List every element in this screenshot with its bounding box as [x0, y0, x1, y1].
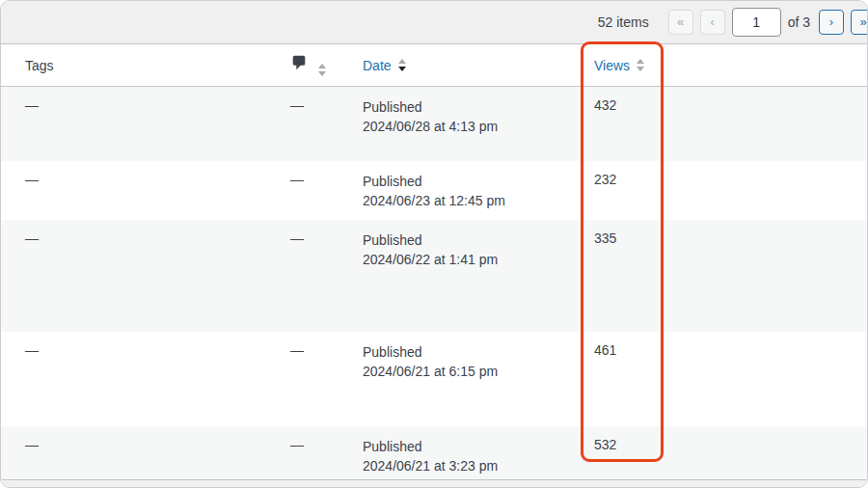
table-header-row: Tags Date Views — [1, 44, 867, 87]
tags-cell: — — [1, 332, 290, 358]
post-date: 2024/06/21 at 6:15 pm — [363, 362, 583, 381]
sort-arrows — [637, 59, 644, 71]
views-cell: 461 — [592, 332, 679, 358]
previous-page-button[interactable]: ‹ — [700, 10, 725, 35]
views-cell: 532 — [592, 426, 679, 452]
date-cell: Published 2024/06/21 at 6:15 pm — [363, 332, 592, 381]
date-cell: Published 2024/06/23 at 12:45 pm — [363, 161, 592, 210]
posts-list-table-panel: 52 items « ‹ of 3 › » Tags Date Views — [0, 0, 868, 488]
first-page-button[interactable]: « — [668, 10, 693, 35]
comments-cell: — — [290, 161, 363, 187]
views-cell: 335 — [592, 220, 679, 246]
table-row: — — Published 2024/06/22 at 1:41 pm 335 — [1, 220, 867, 332]
current-page-input[interactable] — [732, 8, 781, 37]
comments-cell: — — [290, 426, 363, 452]
post-status: Published — [363, 437, 583, 456]
date-cell: Published 2024/06/22 at 1:41 pm — [363, 220, 592, 269]
column-header-date[interactable]: Date — [363, 56, 592, 75]
date-cell: Published 2024/06/28 at 4:13 pm — [363, 87, 592, 136]
views-cell: 432 — [592, 87, 679, 113]
post-date: 2024/06/23 at 12:45 pm — [363, 191, 583, 210]
table-row: — — Published 2024/06/21 at 6:15 pm 461 — [1, 332, 867, 426]
column-header-views[interactable]: Views — [592, 58, 679, 73]
post-status: Published — [363, 172, 583, 191]
total-pages-label: of 3 — [788, 14, 810, 30]
page-background-strip — [1, 480, 867, 488]
comments-cell: — — [290, 332, 363, 358]
tags-cell: — — [1, 87, 290, 113]
table-row: — — Published 2024/06/23 at 12:45 pm 232 — [1, 161, 867, 220]
tags-cell: — — [1, 426, 290, 452]
column-header-comments[interactable] — [290, 54, 363, 75]
date-header-label: Date — [363, 56, 392, 75]
comments-icon — [290, 54, 308, 74]
table-pagination-bar: 52 items « ‹ of 3 › » — [1, 1, 867, 44]
table-row: — — Published 2024/06/28 at 4:13 pm 432 — [1, 87, 867, 161]
next-page-button[interactable]: › — [819, 10, 844, 35]
comments-cell: — — [290, 220, 363, 246]
items-count: 52 items — [598, 14, 649, 30]
tags-cell: — — [1, 161, 290, 187]
table-row: — — Published 2024/06/21 at 3:23 pm 532 — [1, 426, 867, 480]
posts-table: Tags Date Views — — Published — [1, 44, 867, 488]
post-date: 2024/06/22 at 1:41 pm — [363, 250, 583, 269]
tags-cell: — — [1, 220, 290, 246]
last-page-button[interactable]: » — [851, 10, 868, 35]
date-cell: Published 2024/06/21 at 3:23 pm — [363, 426, 592, 475]
post-status: Published — [363, 97, 583, 117]
views-cell: 232 — [592, 161, 679, 187]
post-date: 2024/06/28 at 4:13 pm — [363, 117, 583, 136]
views-header-label: Views — [594, 58, 630, 73]
post-date: 2024/06/21 at 3:23 pm — [363, 456, 583, 475]
column-header-tags: Tags — [1, 58, 290, 73]
sort-arrows — [318, 64, 326, 76]
comments-cell: — — [290, 87, 363, 113]
post-status: Published — [363, 342, 583, 362]
post-status: Published — [363, 230, 583, 250]
sort-arrows — [398, 59, 406, 71]
